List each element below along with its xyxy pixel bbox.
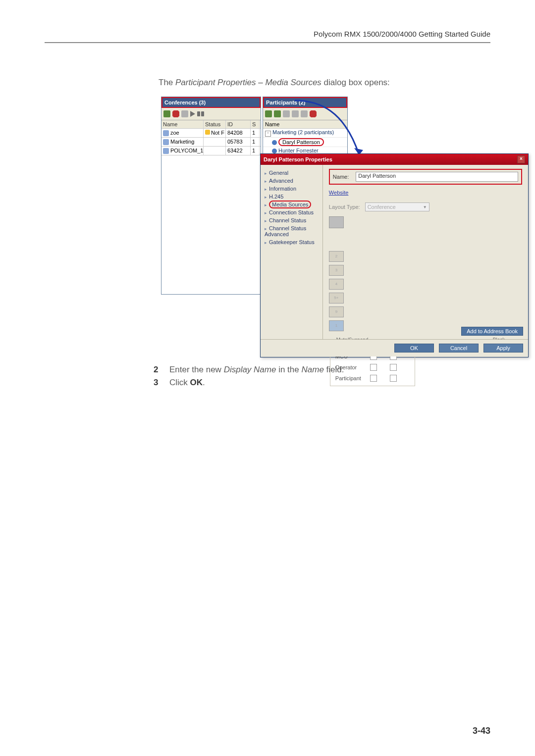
participants-group[interactable]: −Marketing (2 participants) [263, 129, 347, 138]
dialog-nav: ▸General ▸Advanced ▸Information ▸H.245 ▸… [261, 165, 323, 339]
conference-icon [163, 130, 169, 136]
participant-row[interactable]: Daryl Patterson [263, 138, 347, 147]
conf-row[interactable]: zoe Not F 84208 1 [161, 129, 261, 138]
col-name: Name [161, 120, 204, 128]
add-participant2-icon[interactable] [274, 110, 281, 117]
mute-row-label: Operator [335, 364, 370, 370]
intro-dialog-name: Participant Properties – Media Sources [175, 78, 321, 87]
layout-type-label: Layout Type: [329, 204, 360, 210]
participants-title: Participants (2) [263, 97, 347, 108]
conf-s: 1 [251, 147, 260, 155]
chevron-down-icon: ▼ [423, 205, 427, 209]
layout-thumb[interactable]: 1 [329, 320, 344, 331]
dialog-title: Daryl Patterson Properties [264, 156, 332, 162]
ok-button[interactable]: OK [394, 344, 434, 353]
header-divider [45, 42, 490, 43]
play-icon[interactable] [190, 111, 195, 117]
name-label: Name: [333, 174, 349, 180]
layout-thumbnails: 2 3 4 5+ 9 1 [329, 216, 522, 331]
conf-name: Marketing [170, 139, 194, 145]
conf-status: Not F [211, 130, 224, 136]
tool-icon[interactable] [292, 110, 299, 117]
conf-row[interactable]: POLYCOM_1 63422 1 [161, 147, 261, 155]
conf-id: 84208 [226, 129, 251, 137]
nav-channel-status-adv[interactable]: ▸Channel Status Advanced [263, 224, 321, 238]
nav-information[interactable]: ▸Information [263, 185, 321, 193]
layout-thumb[interactable]: 9 [329, 306, 344, 317]
tool-icon[interactable] [181, 110, 188, 117]
website-link[interactable]: Website [329, 190, 349, 196]
nav-media-sources[interactable]: ▸Media Sources [263, 201, 321, 208]
conf-status [204, 147, 226, 155]
delete-conference-icon[interactable] [172, 110, 179, 117]
collapse-icon[interactable]: − [265, 131, 271, 137]
conf-status [204, 138, 226, 146]
conference-icon [163, 139, 169, 145]
add-participant-icon[interactable] [265, 110, 272, 117]
nav-gatekeeper-status[interactable]: ▸Gatekeeper Status [263, 238, 321, 246]
person-icon [272, 149, 277, 153]
conferences-toolbar [161, 108, 261, 120]
layout-thumb[interactable] [329, 216, 344, 228]
conf-header-row: Name Status ID S [161, 120, 261, 129]
dialog-titlebar: Daryl Patterson Properties × [261, 154, 528, 165]
conferences-title: Conferences (3) [161, 97, 261, 108]
intro-prefix: The [159, 78, 175, 87]
conf-row[interactable]: Marketing 05783 1 [161, 138, 261, 147]
link-icon[interactable] [283, 110, 290, 117]
layout-type-select: Conference▼ [365, 202, 429, 211]
conf-id: 05783 [226, 138, 251, 146]
page-header: Polycom RMX 1500/2000/4000 Getting Start… [45, 30, 490, 38]
step-text: Enter the new Display Name in the Name f… [169, 365, 344, 375]
conf-s: 1 [251, 138, 260, 146]
layout-thumb[interactable]: 4 [329, 279, 344, 290]
nav-h245[interactable]: ▸H.245 [263, 193, 321, 201]
col-status: Status [204, 120, 226, 128]
dialog-footer: Add to Address Book OK Cancel Apply [261, 339, 528, 356]
step-number: 2 [154, 365, 160, 375]
participants-pane: Participants (2) Name −Marketing (2 part… [263, 97, 348, 155]
operator-audio-checkbox[interactable] [370, 364, 377, 371]
intro-suffix: dialog box opens: [321, 78, 390, 87]
remove-icon[interactable] [310, 110, 317, 117]
step-number: 3 [154, 378, 160, 388]
group-name: Marketing (2 participants) [272, 129, 334, 135]
col-s: S [251, 120, 260, 128]
layout-thumb[interactable]: 3 [329, 265, 344, 276]
nav-connection-status[interactable]: ▸Connection Status [263, 208, 321, 216]
col-id: ID [226, 120, 251, 128]
nav-general[interactable]: ▸General [263, 169, 321, 177]
name-input[interactable]: Daryl Patterson [356, 172, 518, 182]
conf-name: zoe [170, 130, 179, 136]
conf-s: 1 [251, 129, 260, 137]
tool2-icon[interactable] [301, 110, 308, 117]
nav-channel-status[interactable]: ▸Channel Status [263, 216, 321, 224]
apply-button[interactable]: Apply [483, 344, 523, 353]
conferences-pane: Conferences (3) Name Status ID S zoe Not… [161, 97, 261, 295]
conf-empty [161, 155, 261, 294]
conf-id: 63422 [226, 147, 251, 155]
conference-icon [163, 148, 169, 154]
operator-video-checkbox[interactable] [390, 364, 397, 371]
nav-advanced[interactable]: ▸Advanced [263, 177, 321, 185]
participant-properties-dialog: Daryl Patterson Properties × ▸General ▸A… [260, 153, 529, 357]
page-number: 3-43 [473, 726, 490, 736]
participant-video-checkbox[interactable] [390, 375, 397, 382]
pause-icon[interactable] [197, 111, 200, 116]
add-to-address-book-button[interactable]: Add to Address Book [461, 327, 523, 336]
name-field-highlight: Name: Daryl Patterson [329, 169, 522, 185]
participant-name: Daryl Patterson [278, 138, 324, 146]
layout-thumb[interactable]: 2 [329, 251, 344, 262]
alert-icon [205, 130, 210, 135]
participant-name: Hunter Forrester [278, 148, 319, 153]
person-icon [272, 140, 277, 145]
conf-name: POLYCOM_1 [170, 148, 203, 153]
participant-audio-checkbox[interactable] [370, 375, 377, 382]
close-icon[interactable]: × [517, 155, 525, 163]
new-conference-icon[interactable] [163, 110, 170, 117]
participants-toolbar [263, 108, 347, 120]
cancel-button[interactable]: Cancel [439, 344, 479, 353]
layout-thumb[interactable]: 5+ [329, 293, 344, 303]
participants-header: Name [263, 120, 347, 129]
layout-type-value: Conference [368, 204, 396, 210]
